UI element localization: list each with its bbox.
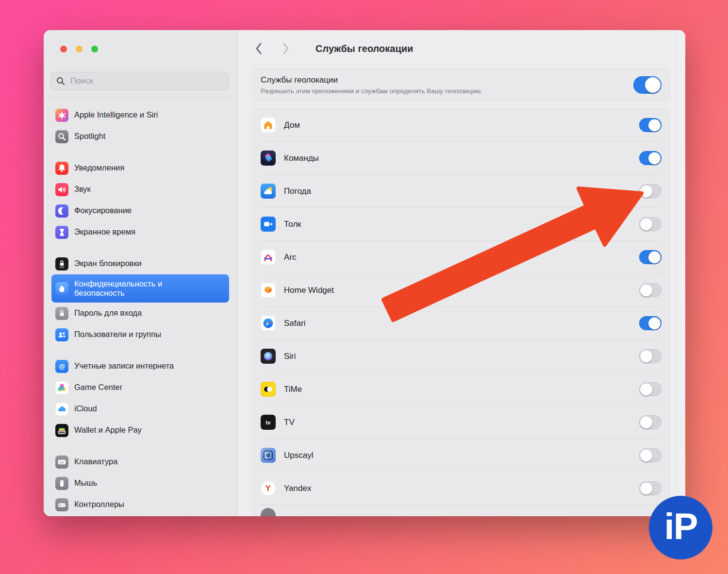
sidebar-item-spotlight[interactable]: Spotlight (51, 126, 229, 147)
sidebar-item-label: Клавиатура (74, 457, 117, 466)
sidebar-item-focus[interactable]: Фокусирование (51, 200, 229, 221)
chevron-right-icon (281, 42, 290, 55)
app-row-safari: Safari (253, 307, 669, 339)
sidebar-item-icloud[interactable]: iCloud (51, 398, 229, 420)
home-widget-toggle[interactable] (639, 283, 662, 297)
zoom-button[interactable] (91, 46, 98, 52)
siri-icon (261, 349, 276, 364)
sidebar-item-lock-screen[interactable]: Экран блокировки (51, 253, 229, 274)
keyboard-icon (55, 456, 68, 469)
game-center-icon (55, 381, 68, 394)
shortcuts-toggle[interactable] (639, 151, 662, 165)
desktop-background: Apple Intelligence и SiriSpotlightУведом… (0, 0, 728, 574)
sidebar-item-keyboard[interactable]: Клавиатура (51, 451, 229, 473)
mouse-icon (55, 477, 68, 490)
partial-app-icon (261, 508, 276, 516)
notifications-icon (55, 162, 68, 175)
yandex-toggle[interactable] (639, 481, 662, 495)
controllers-icon (55, 498, 68, 511)
home-widget-icon (261, 283, 276, 298)
forward-button[interactable] (279, 41, 293, 56)
sidebar-group: Apple Intelligence и SiriSpotlight (51, 104, 229, 147)
screen-time-icon (55, 226, 68, 239)
sidebar-item-label: Фокусирование (74, 206, 132, 215)
app-row-tolk: Толк (253, 208, 669, 240)
svg-text:Y: Y (265, 484, 271, 492)
app-name: Дом (284, 120, 300, 130)
app-name: TiMe (284, 385, 302, 394)
sidebar-item-privacy[interactable]: Конфиденциальность и безопасность (51, 274, 229, 303)
location-services-toggle[interactable] (633, 76, 662, 94)
upscayl-toggle[interactable] (639, 448, 662, 462)
page-title: Службы геолокации (315, 43, 413, 54)
search-input[interactable] (50, 72, 229, 90)
app-row-weather: Погода (253, 175, 669, 207)
sidebar-item-label: Game Center (74, 383, 122, 392)
app-row-partial (253, 508, 669, 516)
home-toggle[interactable] (639, 118, 662, 132)
sidebar-item-login-password[interactable]: Пароль для входа (51, 303, 229, 324)
search-icon (56, 76, 66, 86)
app-name: Погода (284, 186, 311, 196)
sidebar-item-apple-intelligence[interactable]: Apple Intelligence и Siri (51, 104, 229, 126)
main-header: Службы геолокации (237, 30, 685, 67)
ip-logo-watermark: iP (649, 496, 712, 559)
sidebar-item-label: Spotlight (74, 132, 105, 141)
home-icon (261, 118, 276, 133)
time-icon (261, 382, 276, 397)
app-name: TV (284, 418, 295, 427)
sidebar-item-label: Экранное время (74, 227, 135, 236)
sidebar-group: @Учетные записи интернетаGame CenteriClo… (51, 355, 229, 441)
yandex-icon: Y (261, 481, 276, 496)
tv-icon: tv (261, 415, 276, 430)
app-row-tv: tvTV (253, 406, 669, 439)
sidebar-item-users-groups[interactable]: Пользователи и группы (51, 324, 229, 345)
safari-toggle[interactable] (639, 316, 662, 330)
app-name: Команды (284, 153, 319, 163)
siri-toggle[interactable] (639, 349, 662, 363)
app-row-upscayl: Upscayl (253, 439, 669, 472)
location-services-master-group: Службы геолокации Разрешить этим приложе… (252, 68, 670, 101)
app-name: Upscayl (284, 451, 313, 460)
main-panel: Службы геолокации Службы геолокации Разр… (237, 30, 685, 516)
system-settings-window: Apple Intelligence и SiriSpotlightУведом… (44, 30, 685, 516)
sidebar-item-sound[interactable]: Звук (51, 179, 229, 200)
sidebar-group: КлавиатураМышьКонтроллеры (51, 451, 229, 515)
app-list: ДомКомандыПогодаТолкArcHome WidgetSafari… (252, 108, 670, 516)
app-row-yandex: YYandex (253, 472, 669, 505)
svg-text:tv: tv (265, 420, 271, 425)
time-toggle[interactable] (639, 382, 662, 396)
lock-screen-icon (55, 257, 68, 270)
weather-toggle[interactable] (639, 184, 662, 198)
arc-icon (261, 250, 276, 265)
sidebar-item-mouse[interactable]: Мышь (51, 473, 229, 494)
wallet-icon (55, 424, 68, 437)
sidebar-item-wallet[interactable]: Wallet и Apple Pay (51, 420, 229, 441)
app-name: Yandex (284, 484, 311, 493)
ip-logo-text: iP (664, 505, 697, 547)
login-password-icon (55, 307, 68, 320)
tv-toggle[interactable] (639, 415, 662, 429)
sidebar-item-label: Apple Intelligence и Siri (74, 110, 158, 119)
sidebar-item-label: Мышь (74, 478, 97, 488)
sound-icon (55, 183, 68, 196)
sidebar-item-label: iCloud (74, 404, 97, 413)
tolk-toggle[interactable] (639, 217, 662, 231)
minimize-button[interactable] (76, 46, 83, 52)
icloud-icon (55, 403, 68, 416)
sidebar-item-game-center[interactable]: Game Center (51, 377, 229, 398)
users-groups-icon (55, 328, 68, 341)
scrollbar-gutter[interactable] (677, 30, 685, 516)
back-button[interactable] (252, 41, 265, 56)
sidebar-item-controllers[interactable]: Контроллеры (51, 494, 229, 515)
safari-icon (261, 316, 276, 331)
sidebar-item-label: Конфиденциальность и безопасность (74, 279, 191, 298)
sidebar-item-screen-time[interactable]: Экранное время (51, 221, 229, 243)
sidebar-item-notifications[interactable]: Уведомления (51, 157, 229, 179)
close-button[interactable] (60, 46, 67, 52)
app-name: Siri (284, 352, 296, 361)
sidebar-item-label: Звук (74, 185, 91, 194)
sidebar-item-internet-accounts[interactable]: @Учетные записи интернета (51, 355, 229, 377)
arc-toggle[interactable] (639, 250, 662, 264)
privacy-icon (55, 282, 68, 295)
